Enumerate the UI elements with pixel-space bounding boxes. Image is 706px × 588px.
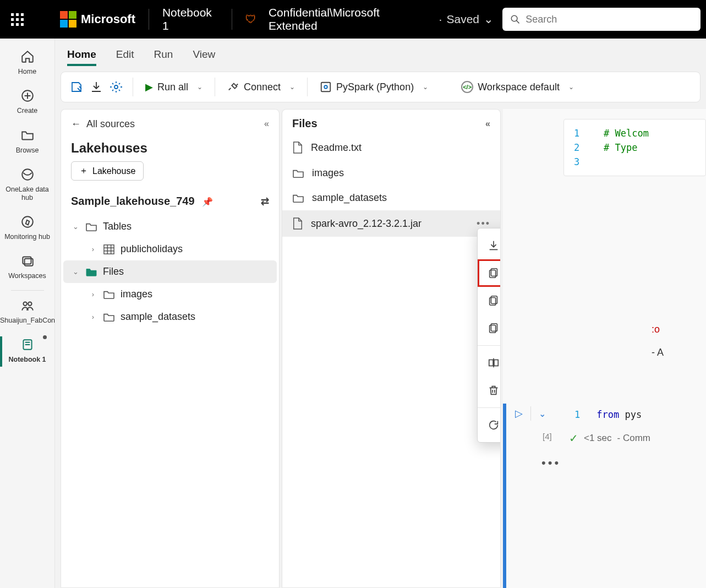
language-selector[interactable]: PySpark (Python) ⌄	[318, 81, 430, 93]
brand-text: Microsoft	[81, 12, 135, 26]
tab-home[interactable]: Home	[67, 48, 96, 66]
chevron-right-icon: ›	[89, 245, 97, 253]
home-icon	[20, 50, 35, 64]
environment-selector[interactable]: </> Workspace default ⌄	[459, 81, 576, 93]
ctx-load-data[interactable]: Load data ›	[478, 232, 501, 259]
files-panel: Files « Readme.txt images sample_dataset…	[282, 109, 501, 588]
tree-node-files[interactable]: ⌄ Files	[63, 260, 277, 283]
search-icon	[510, 14, 520, 25]
plug-icon	[227, 81, 239, 93]
lakehouse-name[interactable]: Sample_lakehouse_749	[71, 195, 195, 207]
tree-node-tables[interactable]: ⌄ Tables	[63, 215, 277, 238]
exec-count: [4]	[543, 432, 552, 441]
active-cell-marker	[503, 404, 506, 588]
folder-open-icon	[85, 267, 97, 277]
folder-icon	[292, 193, 304, 203]
lakehouses-title: Lakehouses	[61, 138, 279, 161]
environment-icon: </>	[461, 81, 473, 93]
file-row-images[interactable]: images	[282, 161, 500, 186]
chevron-right-icon: ›	[89, 313, 97, 321]
tree-node-sample-datasets[interactable]: › sample_datasets	[63, 306, 277, 328]
connect-button[interactable]: Connect ⌄	[225, 81, 297, 93]
file-icon	[292, 141, 303, 154]
folder-icon	[292, 168, 304, 178]
tab-edit[interactable]: Edit	[116, 48, 134, 66]
rail-create[interactable]: Create	[0, 83, 54, 122]
folder-icon	[20, 128, 35, 143]
add-lakehouse-button[interactable]: ＋ Lakehouse	[71, 161, 144, 181]
chevron-down-icon: ⌄	[423, 83, 428, 91]
rail-onelake[interactable]: OneLake data hub	[0, 162, 54, 209]
tree-node-publicholidays[interactable]: › publicholidays	[63, 238, 277, 260]
notebook-icon	[20, 337, 35, 352]
file-row-sample-datasets[interactable]: sample_datasets	[282, 186, 500, 210]
svg-point-4	[22, 216, 33, 227]
cell-run-controls: ▷ ⌄	[515, 406, 546, 421]
run-menu-icon[interactable]: ⌄	[539, 409, 546, 419]
save-status[interactable]: · Saved ⌄	[439, 13, 494, 26]
rail-home[interactable]: Home	[0, 44, 54, 83]
sensitivity-label[interactable]: Confidential\Microsoft Extended	[269, 6, 424, 32]
svg-point-7	[23, 302, 27, 306]
pin-icon[interactable]: 📌	[202, 197, 213, 206]
app-launcher-icon[interactable]	[11, 13, 24, 26]
sources-panel: ← All sources « Lakehouses ＋ Lakehouse S…	[61, 109, 280, 588]
svg-point-10	[114, 85, 118, 89]
line-gutter: 1 2 3	[574, 126, 579, 169]
separator	[232, 9, 232, 30]
notebook-name[interactable]: Notebook 1	[162, 6, 218, 32]
tab-run[interactable]: Run	[154, 48, 173, 66]
collapse-panel-icon[interactable]: «	[264, 119, 269, 129]
ctx-rename[interactable]: Rename	[478, 349, 501, 377]
rail-monitoring[interactable]: Monitoring hub	[0, 209, 54, 248]
plus-icon: ＋	[79, 165, 88, 177]
svg-rect-13	[104, 244, 114, 253]
run-cell-icon[interactable]: ▷	[515, 407, 523, 420]
copy-icon	[488, 295, 500, 307]
ctx-refresh[interactable]: Refresh	[478, 411, 501, 439]
rail-notebook1[interactable]: Notebook 1	[0, 332, 54, 371]
language-icon	[320, 81, 332, 93]
save-edit-icon[interactable]	[70, 80, 83, 94]
toolbar: ▶ Run all ⌄ Connect ⌄ PySpark (Python) ⌄…	[61, 72, 700, 102]
back-all-sources[interactable]: ← All sources	[71, 118, 135, 130]
onelake-icon	[20, 167, 35, 182]
ctx-delete[interactable]: Delete	[478, 377, 501, 404]
topbar: Microsoft Notebook 1 🛡 Confidential\Micr…	[0, 0, 706, 39]
cell-more-icon[interactable]: •••	[541, 456, 561, 470]
code-lines: # Welcom # Type	[604, 126, 705, 169]
rail-workspace-shuaijun[interactable]: Shuaijun_FabCon	[0, 293, 54, 332]
chevron-down-icon: ⌄	[289, 83, 295, 91]
run-all-button[interactable]: ▶ Run all ⌄	[143, 81, 205, 93]
tree-node-images[interactable]: › images	[63, 283, 277, 306]
ribbon-tabs: Home Edit Run View	[55, 39, 706, 66]
global-search[interactable]	[502, 8, 700, 31]
file-icon	[292, 217, 303, 230]
workspaces-icon	[20, 254, 35, 268]
files-panel-title: Files	[292, 117, 318, 130]
download-icon[interactable]	[90, 80, 103, 94]
folder-icon	[103, 290, 115, 300]
main-area: Home Edit Run View ▶ Run all ⌄ Connect ⌄	[55, 39, 706, 588]
rail-workspaces[interactable]: Workspaces	[0, 248, 54, 287]
tab-view[interactable]: View	[193, 48, 215, 66]
file-row-spark-avro-jar[interactable]: spark-avro_2.12-3.2.1.jar •••	[282, 210, 500, 237]
microsoft-logo: Microsoft	[60, 11, 135, 28]
settings-icon[interactable]	[110, 80, 123, 94]
ctx-copy-file-api[interactable]: Copy File API path	[478, 314, 501, 342]
editor-annotation: :o - A	[652, 324, 664, 358]
collapse-panel-icon[interactable]: «	[485, 119, 490, 129]
compass-icon	[20, 215, 35, 229]
rail-browse[interactable]: Browse	[0, 123, 54, 162]
ctx-copy-abfs-path[interactable]: Copy ABFS path	[478, 259, 501, 287]
file-row-readme[interactable]: Readme.txt	[282, 134, 500, 161]
code-cell-2[interactable]: 1from pys	[574, 409, 642, 420]
ctx-copy-relative-spark[interactable]: Copy relative path for Spark	[478, 287, 501, 314]
shield-icon: 🛡	[245, 13, 256, 26]
swap-icon[interactable]: ⇄	[261, 195, 269, 208]
code-cell-1[interactable]: 1 2 3 # Welcom # Type	[563, 119, 706, 176]
chevron-down-icon: ⌄	[71, 268, 80, 276]
refresh-icon	[488, 419, 500, 431]
search-input[interactable]	[526, 14, 693, 25]
chevron-down-icon: ⌄	[197, 83, 203, 91]
